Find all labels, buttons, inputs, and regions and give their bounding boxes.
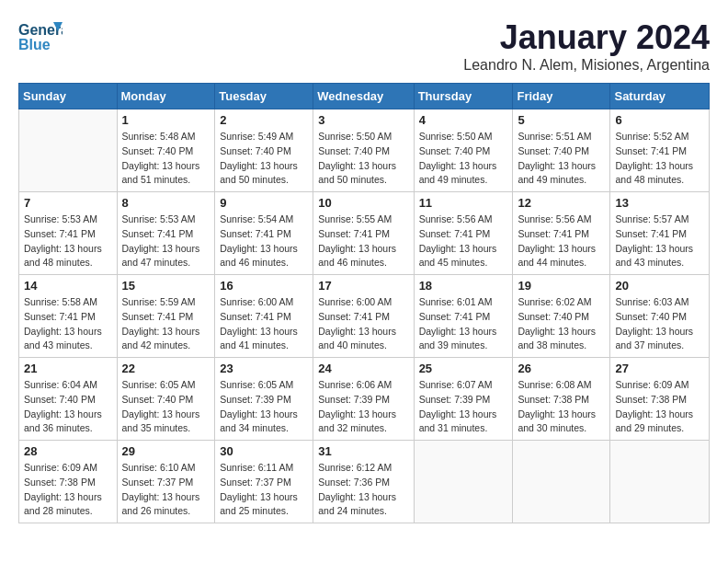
calendar-cell: 30Sunrise: 6:11 AMSunset: 7:37 PMDayligh… xyxy=(215,441,313,523)
day-header-tuesday: Tuesday xyxy=(215,84,313,109)
day-number: 13 xyxy=(615,196,704,210)
location-title: Leandro N. Alem, Misiones, Argentina xyxy=(463,57,710,74)
day-detail: Sunrise: 6:03 AMSunset: 7:40 PMDaylight:… xyxy=(615,295,704,353)
calendar-cell: 11Sunrise: 5:56 AMSunset: 7:41 PMDayligh… xyxy=(414,192,513,275)
day-detail: Sunrise: 6:11 AMSunset: 7:37 PMDaylight:… xyxy=(220,461,308,519)
week-row-4: 28Sunrise: 6:09 AMSunset: 7:38 PMDayligh… xyxy=(19,441,710,523)
day-number: 19 xyxy=(518,279,605,293)
calendar-cell: 23Sunrise: 6:05 AMSunset: 7:39 PMDayligh… xyxy=(215,358,313,441)
day-detail: Sunrise: 6:01 AMSunset: 7:41 PMDaylight:… xyxy=(419,295,508,353)
day-detail: Sunrise: 5:58 AMSunset: 7:41 PMDaylight:… xyxy=(24,295,112,353)
calendar-cell: 2Sunrise: 5:49 AMSunset: 7:40 PMDaylight… xyxy=(215,109,313,192)
day-header-sunday: Sunday xyxy=(19,84,118,109)
day-detail: Sunrise: 6:10 AMSunset: 7:37 PMDaylight:… xyxy=(122,461,210,519)
calendar-cell: 27Sunrise: 6:09 AMSunset: 7:38 PMDayligh… xyxy=(610,358,710,441)
day-detail: Sunrise: 5:57 AMSunset: 7:41 PMDaylight:… xyxy=(615,213,704,270)
day-detail: Sunrise: 5:59 AMSunset: 7:41 PMDaylight:… xyxy=(122,295,210,353)
svg-text:Blue: Blue xyxy=(18,37,51,52)
day-detail: Sunrise: 5:56 AMSunset: 7:41 PMDaylight:… xyxy=(518,213,605,270)
day-detail: Sunrise: 5:53 AMSunset: 7:41 PMDaylight:… xyxy=(24,213,112,270)
day-number: 2 xyxy=(220,113,308,127)
day-number: 18 xyxy=(419,279,508,293)
day-detail: Sunrise: 6:04 AMSunset: 7:40 PMDaylight:… xyxy=(24,378,112,436)
calendar-cell xyxy=(610,441,710,523)
calendar-cell: 22Sunrise: 6:05 AMSunset: 7:40 PMDayligh… xyxy=(117,358,215,441)
calendar-cell: 17Sunrise: 6:00 AMSunset: 7:41 PMDayligh… xyxy=(313,275,414,358)
calendar-cell: 13Sunrise: 5:57 AMSunset: 7:41 PMDayligh… xyxy=(610,192,710,275)
calendar-cell: 21Sunrise: 6:04 AMSunset: 7:40 PMDayligh… xyxy=(19,358,118,441)
day-number: 29 xyxy=(122,444,210,458)
day-number: 4 xyxy=(419,113,508,127)
day-detail: Sunrise: 6:05 AMSunset: 7:39 PMDaylight:… xyxy=(220,378,308,436)
day-number: 21 xyxy=(24,362,112,375)
header: General Blue January 2024 Leandro N. Ale… xyxy=(18,18,710,74)
day-number: 23 xyxy=(220,362,308,375)
calendar-cell: 16Sunrise: 6:00 AMSunset: 7:41 PMDayligh… xyxy=(215,275,313,358)
day-header-saturday: Saturday xyxy=(610,84,710,109)
day-number: 28 xyxy=(24,444,112,458)
day-detail: Sunrise: 5:50 AMSunset: 7:40 PMDaylight:… xyxy=(318,130,408,188)
day-number: 24 xyxy=(318,362,408,375)
day-detail: Sunrise: 6:06 AMSunset: 7:39 PMDaylight:… xyxy=(318,378,408,436)
day-number: 25 xyxy=(419,362,508,375)
calendar-cell: 8Sunrise: 5:53 AMSunset: 7:41 PMDaylight… xyxy=(117,192,215,275)
day-detail: Sunrise: 5:54 AMSunset: 7:41 PMDaylight:… xyxy=(220,213,308,270)
day-number: 14 xyxy=(24,279,112,293)
day-detail: Sunrise: 6:07 AMSunset: 7:39 PMDaylight:… xyxy=(419,378,508,436)
calendar-cell: 18Sunrise: 6:01 AMSunset: 7:41 PMDayligh… xyxy=(414,275,513,358)
day-number: 6 xyxy=(615,113,704,127)
week-row-0: 1Sunrise: 5:48 AMSunset: 7:40 PMDaylight… xyxy=(19,109,710,192)
day-detail: Sunrise: 6:08 AMSunset: 7:38 PMDaylight:… xyxy=(518,378,605,436)
day-header-friday: Friday xyxy=(513,84,610,109)
day-number: 22 xyxy=(122,362,210,375)
title-area: January 2024 Leandro N. Alem, Misiones, … xyxy=(463,18,710,74)
calendar-cell: 26Sunrise: 6:08 AMSunset: 7:38 PMDayligh… xyxy=(513,358,610,441)
calendar-cell: 4Sunrise: 5:50 AMSunset: 7:40 PMDaylight… xyxy=(414,109,513,192)
day-number: 15 xyxy=(122,279,210,293)
month-title: January 2024 xyxy=(463,18,710,57)
calendar-cell xyxy=(19,109,118,192)
calendar-cell: 1Sunrise: 5:48 AMSunset: 7:40 PMDaylight… xyxy=(117,109,215,192)
day-number: 30 xyxy=(220,444,308,458)
week-row-3: 21Sunrise: 6:04 AMSunset: 7:40 PMDayligh… xyxy=(19,358,710,441)
calendar-cell: 20Sunrise: 6:03 AMSunset: 7:40 PMDayligh… xyxy=(610,275,710,358)
day-header-monday: Monday xyxy=(117,84,215,109)
calendar-cell xyxy=(414,441,513,523)
week-row-2: 14Sunrise: 5:58 AMSunset: 7:41 PMDayligh… xyxy=(19,275,710,358)
day-number: 1 xyxy=(122,113,210,127)
calendar-cell: 3Sunrise: 5:50 AMSunset: 7:40 PMDaylight… xyxy=(313,109,414,192)
calendar-cell: 25Sunrise: 6:07 AMSunset: 7:39 PMDayligh… xyxy=(414,358,513,441)
day-number: 9 xyxy=(220,196,308,210)
day-header-wednesday: Wednesday xyxy=(313,84,414,109)
day-number: 16 xyxy=(220,279,308,293)
logo: General Blue xyxy=(18,18,63,55)
calendar-cell: 7Sunrise: 5:53 AMSunset: 7:41 PMDaylight… xyxy=(19,192,118,275)
day-detail: Sunrise: 6:00 AMSunset: 7:41 PMDaylight:… xyxy=(318,295,408,353)
logo-icon: General Blue xyxy=(18,18,63,55)
day-detail: Sunrise: 6:12 AMSunset: 7:36 PMDaylight:… xyxy=(318,461,408,519)
calendar-cell: 24Sunrise: 6:06 AMSunset: 7:39 PMDayligh… xyxy=(313,358,414,441)
calendar-cell: 9Sunrise: 5:54 AMSunset: 7:41 PMDaylight… xyxy=(215,192,313,275)
calendar-cell: 31Sunrise: 6:12 AMSunset: 7:36 PMDayligh… xyxy=(313,441,414,523)
calendar-cell: 6Sunrise: 5:52 AMSunset: 7:41 PMDaylight… xyxy=(610,109,710,192)
day-detail: Sunrise: 5:50 AMSunset: 7:40 PMDaylight:… xyxy=(419,130,508,188)
calendar-table: SundayMondayTuesdayWednesdayThursdayFrid… xyxy=(18,83,710,523)
day-number: 17 xyxy=(318,279,408,293)
calendar-cell xyxy=(513,441,610,523)
day-number: 31 xyxy=(318,444,408,458)
calendar-cell: 29Sunrise: 6:10 AMSunset: 7:37 PMDayligh… xyxy=(117,441,215,523)
day-detail: Sunrise: 5:53 AMSunset: 7:41 PMDaylight:… xyxy=(122,213,210,270)
day-number: 8 xyxy=(122,196,210,210)
day-detail: Sunrise: 6:09 AMSunset: 7:38 PMDaylight:… xyxy=(24,461,112,519)
day-number: 5 xyxy=(518,113,605,127)
day-header-row: SundayMondayTuesdayWednesdayThursdayFrid… xyxy=(19,84,710,109)
calendar-cell: 15Sunrise: 5:59 AMSunset: 7:41 PMDayligh… xyxy=(117,275,215,358)
calendar-cell: 10Sunrise: 5:55 AMSunset: 7:41 PMDayligh… xyxy=(313,192,414,275)
day-detail: Sunrise: 6:02 AMSunset: 7:40 PMDaylight:… xyxy=(518,295,605,353)
calendar-cell: 19Sunrise: 6:02 AMSunset: 7:40 PMDayligh… xyxy=(513,275,610,358)
day-number: 7 xyxy=(24,196,112,210)
calendar-cell: 14Sunrise: 5:58 AMSunset: 7:41 PMDayligh… xyxy=(19,275,118,358)
calendar-cell: 12Sunrise: 5:56 AMSunset: 7:41 PMDayligh… xyxy=(513,192,610,275)
calendar-cell: 5Sunrise: 5:51 AMSunset: 7:40 PMDaylight… xyxy=(513,109,610,192)
day-detail: Sunrise: 6:09 AMSunset: 7:38 PMDaylight:… xyxy=(615,378,704,436)
